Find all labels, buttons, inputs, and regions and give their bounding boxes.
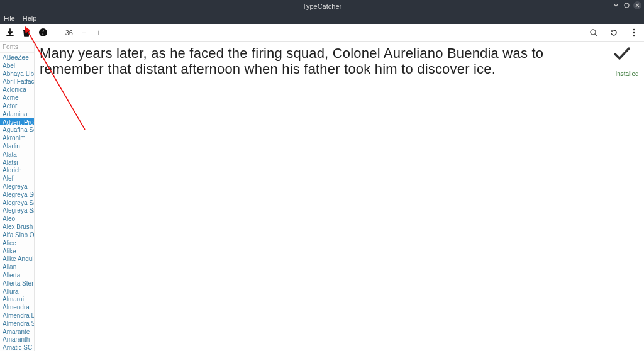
font-item[interactable]: Alegreya Sans [0,198,34,206]
minimize-icon[interactable] [612,1,620,9]
download-icon[interactable] [5,28,15,38]
font-item[interactable]: Alegreya Sans SC [0,206,34,214]
window-controls [612,1,641,9]
font-item[interactable]: Alfa Slab One [0,230,34,238]
font-item[interactable]: Allerta Stencil [0,279,34,287]
font-item[interactable]: Alatsi [0,158,34,166]
font-item[interactable]: Abhaya Libre [0,69,34,77]
font-item[interactable]: Akronim [0,133,34,142]
font-item[interactable]: Allerta [0,270,34,279]
svg-point-0 [625,3,629,8]
install-status-label: Installed [613,70,641,77]
preview-area: Many years later, as he faced the firing… [35,42,644,351]
font-item[interactable]: Advent Pro [0,118,34,126]
font-item[interactable]: Abel [0,61,34,69]
svg-point-6 [633,31,635,33]
info-icon[interactable]: i [38,28,48,38]
font-item[interactable]: Abril Fatface [0,77,34,85]
font-item[interactable]: Almendra SC [0,319,34,327]
increase-size-button[interactable]: + [94,28,103,37]
font-item[interactable]: Aleo [0,214,34,222]
font-item[interactable]: Almendra Display [0,311,34,319]
window-title: TypeCatcher [303,3,341,10]
close-icon[interactable] [633,1,641,9]
sidebar: Fonts ABeeZeeAbelAbhaya LibreAbril Fatfa… [0,42,35,351]
svg-point-3 [591,30,596,35]
titlebar: TypeCatcher [0,0,644,13]
font-item[interactable]: Allura [0,287,34,295]
maximize-icon[interactable] [623,1,631,9]
svg-point-5 [633,28,635,30]
font-size-value: 36 [63,29,73,36]
font-item[interactable]: Amatic SC [0,343,34,351]
font-item[interactable]: Almendra [0,303,34,311]
sidebar-header: Fonts [0,42,34,53]
font-item[interactable]: Aladin [0,142,34,150]
font-item[interactable]: Aclonica [0,85,34,93]
font-item[interactable]: Alegreya SC [0,190,34,198]
check-icon [613,45,641,62]
install-status: Installed [613,45,641,77]
font-item[interactable]: Actor [0,101,34,109]
svg-line-4 [595,34,597,36]
font-item[interactable]: Alice [0,238,34,247]
font-item[interactable]: Amaranth [0,335,34,343]
decrease-size-button[interactable]: − [79,28,88,37]
font-item[interactable]: Almarai [0,294,34,303]
content: Fonts ABeeZeeAbelAbhaya LibreAbril Fatfa… [0,42,644,351]
font-item[interactable]: Acme [0,93,34,101]
toolbar: i 36 − + [0,24,644,42]
font-list[interactable]: ABeeZeeAbelAbhaya LibreAbril FatfaceAclo… [0,53,34,351]
search-icon[interactable] [589,28,599,38]
reset-icon[interactable] [609,28,619,38]
svg-text:i: i [42,29,44,36]
preview-text: Many years later, as he faced the firing… [40,45,639,77]
font-item[interactable]: Alegreya [0,182,34,190]
menubar: File Help [0,13,644,24]
font-item[interactable]: Aldrich [0,165,34,174]
svg-point-7 [633,35,635,36]
font-item[interactable]: Amarante [0,327,34,335]
menu-file[interactable]: File [4,14,15,22]
menu-icon[interactable] [629,28,639,38]
font-item[interactable]: ABeeZee [0,53,34,61]
font-item[interactable]: Aguafina Script [0,125,34,133]
font-item[interactable]: Alike [0,247,34,255]
font-item[interactable]: Alike Angular [0,254,34,262]
menu-help[interactable]: Help [23,14,37,22]
font-item[interactable]: Allan [0,262,34,270]
font-item[interactable]: Alata [0,150,34,158]
font-item[interactable]: Alex Brush [0,222,34,230]
font-item[interactable]: Alef [0,174,34,182]
font-item[interactable]: Adamina [0,109,34,118]
trash-icon[interactable] [21,28,31,38]
